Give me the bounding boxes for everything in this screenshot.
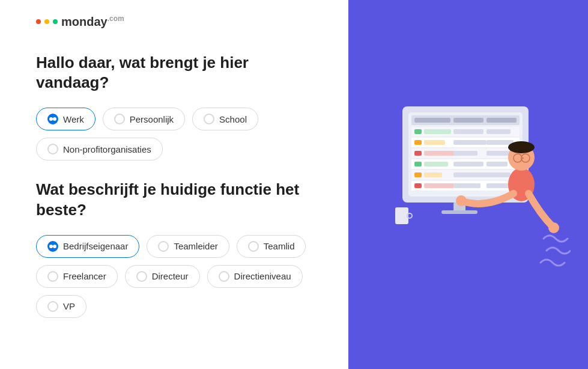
svg-rect-22 <box>453 151 477 156</box>
svg-rect-28 <box>486 162 508 166</box>
svg-rect-41 <box>395 207 408 224</box>
option-teamleider[interactable]: Teamleider <box>147 235 229 258</box>
radio-directeur <box>136 271 147 282</box>
option-werk-label: Werk <box>63 114 84 124</box>
svg-point-0 <box>36 19 41 24</box>
svg-rect-25 <box>414 162 422 166</box>
option-non-profit-label: Non-profitorganisaties <box>63 144 151 154</box>
option-directieniveau-label: Directieniveau <box>234 271 291 281</box>
radio-teamlid <box>248 241 259 252</box>
svg-rect-16 <box>424 140 445 145</box>
svg-rect-8 <box>486 118 517 123</box>
svg-rect-27 <box>453 162 483 166</box>
logo: monday.com <box>36 14 312 29</box>
svg-rect-32 <box>453 172 489 177</box>
svg-rect-11 <box>424 129 451 134</box>
radio-bedrijfseigenaar <box>47 241 58 252</box>
radio-werk <box>47 114 58 124</box>
option-directeur-label: Directeur <box>152 271 189 281</box>
option-school[interactable]: School <box>192 108 258 130</box>
svg-rect-10 <box>414 129 422 134</box>
option-teamlid-label: Teamlid <box>264 241 295 251</box>
svg-rect-20 <box>414 151 422 156</box>
option-vp-label: VP <box>63 301 75 311</box>
radio-non-profit <box>47 144 58 154</box>
radio-freelancer <box>47 271 58 282</box>
svg-point-49 <box>456 195 467 206</box>
option-bedrijfseigenaar[interactable]: Bedrijfseigenaar <box>36 235 139 258</box>
svg-rect-31 <box>424 172 442 177</box>
section2-title: Wat beschrijft je huidige functie het be… <box>36 180 312 221</box>
svg-point-48 <box>508 141 535 153</box>
svg-rect-40 <box>441 210 477 214</box>
illustration <box>366 94 571 275</box>
option-werk[interactable]: Werk <box>36 108 95 130</box>
option-teamlid[interactable]: Teamlid <box>237 235 306 258</box>
svg-rect-26 <box>424 162 448 166</box>
svg-rect-36 <box>424 183 454 188</box>
svg-rect-35 <box>414 183 422 188</box>
illustration-svg <box>366 94 571 275</box>
svg-point-1 <box>44 19 49 24</box>
option-teamleider-label: Teamleider <box>174 241 217 251</box>
radio-vp <box>47 301 58 312</box>
option-bedrijfseigenaar-label: Bedrijfseigenaar <box>63 241 128 251</box>
section1-options: Werk Persoonlijk School Non-profitorgani… <box>36 108 312 160</box>
option-freelancer[interactable]: Freelancer <box>36 265 118 288</box>
radio-school <box>204 114 214 124</box>
svg-rect-12 <box>453 129 483 134</box>
option-non-profit[interactable]: Non-profitorganisaties <box>36 138 163 160</box>
svg-rect-37 <box>453 183 480 188</box>
logo-text: monday.com <box>61 14 124 29</box>
logo-icon <box>36 15 58 28</box>
svg-rect-17 <box>453 140 486 145</box>
left-panel: monday.com Hallo daar, wat brengt je hie… <box>0 0 348 369</box>
svg-rect-21 <box>424 151 457 156</box>
right-panel <box>348 0 588 369</box>
option-vp[interactable]: VP <box>36 295 86 318</box>
svg-rect-7 <box>453 118 483 123</box>
option-freelancer-label: Freelancer <box>63 271 106 281</box>
option-persoonlijk-label: Persoonlijk <box>130 114 174 124</box>
svg-rect-6 <box>414 118 450 123</box>
option-directieniveau[interactable]: Directieniveau <box>207 265 303 288</box>
svg-rect-30 <box>414 172 422 177</box>
svg-rect-15 <box>414 140 422 145</box>
section2-options: Bedrijfseigenaar Teamleider Teamlid Free… <box>36 235 312 318</box>
svg-point-50 <box>548 222 559 233</box>
radio-directieniveau <box>219 271 229 282</box>
option-directeur[interactable]: Directeur <box>125 265 200 288</box>
section1-title: Hallo daar, wat brengt je hier vandaag? <box>36 53 312 94</box>
svg-rect-18 <box>486 140 514 145</box>
option-persoonlijk[interactable]: Persoonlijk <box>103 108 185 130</box>
section2: Wat beschrijft je huidige functie het be… <box>36 180 312 337</box>
svg-rect-33 <box>486 172 511 177</box>
svg-point-2 <box>53 19 58 24</box>
radio-teamleider <box>158 241 169 252</box>
radio-persoonlijk <box>114 114 125 124</box>
section1: Hallo daar, wat brengt je hier vandaag? … <box>36 53 312 180</box>
svg-rect-13 <box>486 129 511 134</box>
option-school-label: School <box>219 114 247 124</box>
